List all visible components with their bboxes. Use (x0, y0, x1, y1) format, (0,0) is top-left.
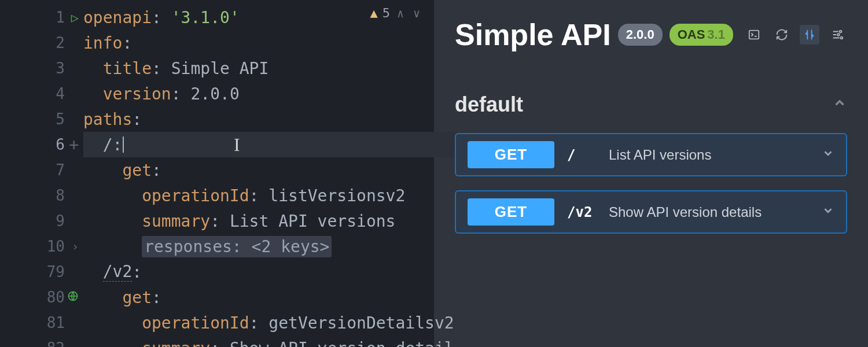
prev-problem-button[interactable]: ∧ (395, 6, 406, 20)
gutter-row: 82 (0, 335, 75, 347)
gutter-row: 3 (0, 56, 75, 81)
mouse-ibeam-icon: I (234, 134, 240, 156)
line-number: 82 (42, 339, 65, 347)
operation-path: /v2 (567, 204, 596, 220)
chevron-down-icon[interactable] (822, 204, 834, 220)
next-problem-button[interactable]: ∨ (411, 6, 422, 20)
http-method-badge: GET (468, 141, 554, 168)
gutter-row: 8 (0, 183, 75, 208)
line-number: 9 (42, 212, 65, 230)
svg-point-3 (837, 34, 840, 36)
text-cursor (123, 136, 124, 153)
operation-list: GET / List API versions GET /v2 Show API… (455, 133, 847, 234)
code-line[interactable]: /v2: (83, 259, 454, 285)
swagger-section-title: default (455, 93, 523, 117)
code-line[interactable]: operationId: getVersionDetailsv2 (83, 310, 454, 335)
line-number: 8 (42, 187, 65, 204)
line-number: 3 (42, 60, 65, 77)
oas-version-badge: OAS3.1 (670, 24, 733, 46)
refresh-icon[interactable] (772, 25, 792, 45)
line-number: 4 (42, 85, 65, 102)
svg-rect-1 (749, 31, 759, 39)
line-number: 6 (42, 136, 65, 153)
svg-point-4 (841, 37, 843, 39)
code-line[interactable]: summary: Show API version detail (83, 335, 454, 347)
line-number: 5 (42, 110, 65, 128)
gutter-row: 6+ (0, 132, 75, 157)
code-line[interactable]: summary: List API versions (83, 208, 454, 234)
code-line[interactable]: operationId: listVersionsv2 (83, 183, 454, 208)
gutter-row: 4 (0, 81, 75, 106)
swagger-preview-pane: Simple API 2.0.0 OAS3.1 default GET (434, 0, 868, 347)
operation-path: / (567, 147, 596, 163)
svg-point-2 (840, 31, 842, 33)
gutter-row: 5 (0, 106, 75, 132)
terminal-icon[interactable] (744, 25, 764, 45)
gutter-row: 1▷ (0, 5, 75, 30)
code-line[interactable]: get: (83, 157, 454, 183)
swagger-header: Simple API 2.0.0 OAS3.1 (455, 17, 847, 52)
operation-summary: List API versions (609, 147, 809, 163)
line-number: 10 (42, 238, 65, 255)
code-line[interactable]: title: Simple API (83, 56, 454, 81)
code-line[interactable]: /:I (83, 132, 454, 157)
code-line[interactable]: version: 2.0.0 (83, 81, 454, 106)
api-title: Simple API (455, 17, 611, 52)
swagger-toolbar (744, 25, 847, 45)
line-number: 79 (42, 263, 65, 280)
gutter-row: 10› (0, 234, 75, 259)
sync-scroll-icon[interactable] (800, 25, 819, 45)
code-line[interactable]: get: (83, 285, 454, 310)
line-number: 80 (42, 289, 65, 306)
line-number: 1 (42, 9, 65, 26)
settings-icon[interactable] (827, 25, 847, 45)
code-line[interactable]: info: (83, 30, 454, 56)
swagger-section-header[interactable]: default (455, 93, 847, 117)
gutter-row: 79 (0, 259, 75, 285)
operation-row[interactable]: GET / List API versions (455, 133, 847, 176)
gutter-row: 81 (0, 310, 75, 335)
editor-code-area[interactable]: openapi: '3.1.0'info: title: Simple API … (75, 0, 454, 347)
inspections-widget[interactable]: ▲ 5 ∧ ∨ (370, 6, 422, 20)
editor-gutter: 1▷23456+78910›79808182 (0, 0, 75, 347)
code-line[interactable]: paths: (83, 106, 454, 132)
line-number: 81 (42, 314, 65, 331)
gutter-row: 9 (0, 208, 75, 234)
warning-icon: ▲ (370, 6, 377, 20)
chevron-down-icon[interactable] (822, 147, 834, 163)
operation-row[interactable]: GET /v2 Show API version details (455, 190, 847, 234)
gutter-row: 2 (0, 30, 75, 56)
line-number: 2 (42, 34, 65, 51)
gutter-row: 7 (0, 157, 75, 183)
api-version-badge: 2.0.0 (618, 24, 663, 46)
operation-summary: Show API version details (609, 204, 809, 220)
warning-count: 5 (382, 6, 390, 20)
http-method-badge: GET (468, 198, 554, 226)
gutter-row: 80 (0, 285, 75, 310)
line-number: 7 (42, 161, 65, 179)
code-editor-pane: ▲ 5 ∧ ∨ 1▷23456+78910›79808182 openapi: … (0, 0, 434, 347)
code-line[interactable]: responses: <2 keys> (83, 234, 454, 259)
chevron-up-icon[interactable] (832, 95, 847, 114)
